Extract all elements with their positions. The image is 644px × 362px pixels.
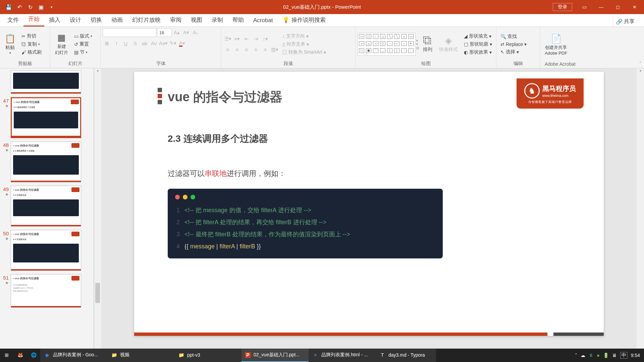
strike-button[interactable]: ab (140, 39, 149, 48)
linespacing-button[interactable]: ↕▾ (261, 35, 270, 43)
start-button[interactable]: ⊞ (0, 349, 13, 362)
gallery-up-icon[interactable]: ▴ (416, 38, 419, 42)
minimize-button[interactable]: — (593, 0, 609, 14)
tell-me[interactable]: 💡 操作说明搜索 (278, 13, 330, 26)
login-button[interactable]: 登录 (553, 3, 572, 11)
tray-network-icon[interactable]: 🖥 (612, 353, 617, 358)
spacing-button[interactable]: AV (150, 39, 158, 48)
underline-button[interactable]: U (121, 39, 130, 48)
clear-format-icon[interactable]: Aₓ (191, 28, 200, 37)
thumbnail-49[interactable]: 49★ ▪ vue 的指令与过滤器2.4 过滤器传参 (1, 186, 92, 227)
font-color-button[interactable]: A▾ (178, 39, 186, 48)
case-button[interactable]: Aa▾ (159, 39, 168, 48)
undo-icon[interactable]: ↶ (15, 2, 24, 12)
maximize-button[interactable]: ◻ (610, 0, 626, 14)
close-button[interactable]: ✕ (627, 0, 643, 14)
select-button[interactable]: ↖选择▾ (498, 48, 529, 56)
thumbnail-48[interactable]: 48★ ▪ vue 的指令与过滤器2.3 连续调用多个过滤器 (1, 141, 92, 182)
new-slide-button[interactable]: ▦新建 幻灯片 (52, 31, 71, 57)
paste-button[interactable]: 📋粘贴▾ (2, 32, 18, 56)
gallery-more-icon[interactable]: ⊟ (416, 46, 419, 50)
columns-button[interactable]: ▥▾ (270, 45, 279, 54)
align-text-button[interactable]: ▯对齐文本▾ (280, 41, 328, 48)
bullets-button[interactable]: ☰▾ (223, 35, 232, 43)
tray-chevron-icon[interactable]: ˄ (575, 353, 577, 358)
layout-button[interactable]: ▭版式▾ (72, 33, 94, 40)
qat-more-icon[interactable]: ▾ (47, 2, 56, 12)
tab-design[interactable]: 设计 (65, 13, 86, 26)
tab-record[interactable]: 录制 (207, 13, 228, 26)
tab-review[interactable]: 审阅 (165, 13, 186, 26)
indent-button[interactable]: ⇥ (252, 35, 260, 43)
taskbar-folder-ppt[interactable]: 📁ppt-v3 (174, 349, 241, 362)
redo-icon[interactable]: ↻ (25, 2, 35, 12)
shadow-button[interactable]: S (131, 39, 140, 48)
find-button[interactable]: 🔍查找 (498, 33, 529, 40)
tab-transitions[interactable]: 切换 (86, 13, 107, 26)
tray-sync-icon[interactable]: ⏸ (589, 353, 593, 358)
section-button[interactable]: ▤节▾ (72, 49, 94, 56)
taskbar-app-2[interactable]: 🌐 (27, 349, 40, 362)
copy-button[interactable]: ⿻复制▾ (19, 41, 44, 48)
thumbnail-46-partial[interactable]: 46 (1, 70, 92, 94)
italic-button[interactable]: I (112, 39, 121, 48)
taskbar-app-1[interactable]: 🦊 (13, 349, 27, 362)
taskbar-vscode[interactable]: ≡品牌列表案例.html - ... (309, 349, 376, 362)
distribute-button[interactable]: ≡ (261, 45, 270, 54)
tab-insert[interactable]: 插入 (44, 13, 65, 26)
numbering-button[interactable]: ≡▾ (233, 35, 241, 43)
reset-button[interactable]: ↺重置 (72, 41, 94, 48)
tray-clock[interactable]: 9:54 (631, 353, 640, 358)
collapse-ribbon-icon[interactable]: ˄ (637, 59, 644, 68)
tray-battery-icon[interactable]: 🔋 (603, 353, 609, 358)
shape-fill-button[interactable]: ◢形状填充▾ (462, 33, 494, 40)
highlight-button[interactable]: ✎▾ (168, 39, 177, 48)
tab-animations[interactable]: 动画 (107, 13, 127, 26)
cut-button[interactable]: ✂剪切 (19, 33, 44, 40)
taskbar-chrome[interactable]: ◉品牌列表案例 - Goo... (40, 349, 107, 362)
thumbnail-47[interactable]: 47★ ▪ vue 的指令与过滤器2.3 连续调用多个过滤器 (1, 97, 92, 138)
bold-button[interactable]: B (103, 39, 111, 48)
align-left-button[interactable]: ≡ (223, 45, 232, 54)
taskbar-folder-video[interactable]: 📁视频 (107, 349, 174, 362)
replace-button[interactable]: ⇄Replace▾ (498, 41, 529, 48)
tray-rec-icon[interactable]: ● (597, 353, 599, 358)
thumbnail-50[interactable]: 50★ ▪ vue 的指令与过滤器2.4 过滤器传参 (1, 230, 92, 271)
font-size-combo[interactable]: 16 (157, 28, 172, 37)
smartart-button[interactable]: ⿴转换为 SmartArt▾ (280, 49, 328, 56)
decrease-font-icon[interactable]: A▾ (182, 28, 191, 37)
arrange-button[interactable]: ⿻排列 (420, 34, 435, 54)
save-icon[interactable]: 💾 (4, 2, 13, 12)
create-pdf-button[interactable]: 📄创建并共享 Adobe PDF (542, 32, 570, 57)
tab-slideshow[interactable]: 幻灯片放映 (127, 13, 165, 26)
format-painter-button[interactable]: 🖌格式刷 (19, 49, 44, 56)
tray-weather-icon[interactable]: ☁ (581, 353, 585, 358)
tray-ime-button[interactable]: 中 (620, 352, 628, 359)
text-direction-button[interactable]: ↕文字方向▾ (280, 33, 328, 40)
justify-button[interactable]: ≡ (252, 45, 260, 54)
taskbar-typora[interactable]: Tday3.md - Typora (376, 349, 436, 362)
tab-view[interactable]: 视图 (186, 13, 207, 26)
align-right-button[interactable]: ≡ (242, 45, 251, 54)
thumbnail-scrollbar[interactable]: ▴ (94, 68, 101, 353)
taskbar-powerpoint[interactable]: P02_vue基础入门.ppt... (241, 349, 309, 362)
tab-acrobat[interactable]: Acrobat (249, 14, 278, 26)
slide-canvas[interactable]: vue 的指令与过滤器 ♞ 黑马程序员 www.itheima.com 传智播客… (134, 72, 604, 336)
font-name-combo[interactable] (103, 28, 156, 37)
shapes-gallery[interactable]: ▭▢○△╲╲↘▭ ▱△◇⬠→⇨☆✦ ⬡⬢⌒◡{}〔〕 (358, 33, 416, 56)
align-center-button[interactable]: ≡ (233, 45, 241, 54)
increase-font-icon[interactable]: A▴ (172, 28, 181, 37)
ribbon-display-icon[interactable]: ▭ (576, 0, 592, 14)
share-button[interactable]: 🔗 共享 (613, 17, 637, 26)
gallery-down-icon[interactable]: ▾ (416, 42, 419, 46)
shape-outline-button[interactable]: ▢形状轮廓▾ (462, 41, 494, 48)
thumbnail-51[interactable]: 51★ ▪ vue 的指令与过滤器2.5 过滤器的兼容性过滤器在 vue 2.x… (1, 274, 92, 308)
tab-help[interactable]: 帮助 (228, 13, 249, 26)
slide-scrollbar[interactable]: ▴ (637, 68, 644, 353)
tab-file[interactable]: 文件 (3, 13, 23, 26)
present-from-start-icon[interactable]: ▣ (36, 2, 46, 12)
quick-styles-button[interactable]: ◈快速样式 (436, 34, 461, 54)
outdent-button[interactable]: ⇤ (242, 35, 251, 43)
shape-effects-button[interactable]: ◐形状效果▾ (462, 49, 494, 56)
tab-home[interactable]: 开始 (23, 12, 44, 26)
